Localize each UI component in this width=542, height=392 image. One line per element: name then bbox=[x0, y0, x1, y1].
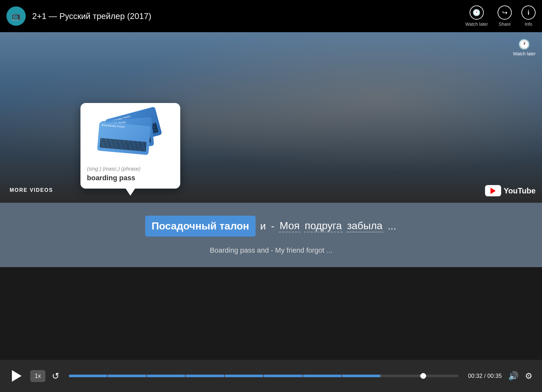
volume-button[interactable]: 🔊 bbox=[508, 371, 519, 381]
video-title: 2+1 — Русский трейлер (2017) bbox=[32, 11, 465, 21]
progress-seg-1 bbox=[69, 375, 107, 377]
speed-button[interactable]: 1x bbox=[30, 370, 45, 382]
subtitle-word-posadochny[interactable]: Посадочный талон bbox=[145, 216, 256, 237]
info-button[interactable]: i Info bbox=[521, 5, 536, 27]
watch-later-label: Watch later bbox=[465, 22, 488, 27]
progress-seg-9 bbox=[381, 375, 419, 377]
watch-later-overlay[interactable]: 🕐 Watch later bbox=[513, 39, 536, 56]
channel-logo[interactable]: 📺 bbox=[6, 6, 26, 26]
play-button[interactable] bbox=[10, 369, 24, 383]
info-label: Info bbox=[525, 22, 532, 27]
subtitle-word-i[interactable]: и bbox=[259, 220, 266, 232]
header-actions: 🕐 Watch later ↪ Share i Info bbox=[465, 5, 536, 27]
replay-button[interactable]: ↺ bbox=[52, 371, 59, 381]
watch-later-overlay-label: Watch later bbox=[513, 51, 536, 56]
progress-bar[interactable] bbox=[69, 375, 458, 377]
volume-icon: 🔊 bbox=[508, 371, 519, 381]
youtube-text: YouTube bbox=[504, 186, 536, 195]
subtitle-word-dash: - bbox=[270, 220, 275, 232]
youtube-logo: YouTube bbox=[485, 185, 536, 196]
more-videos-label[interactable]: MORE VIDEOS bbox=[10, 187, 53, 193]
tv-icon: 📺 bbox=[11, 12, 21, 21]
time-display: 00:32 / 00:35 bbox=[468, 373, 502, 379]
share-button[interactable]: ↪ Share bbox=[498, 5, 512, 27]
youtube-play-triangle bbox=[491, 188, 496, 194]
progress-knob bbox=[420, 373, 426, 379]
info-icon: i bbox=[521, 5, 536, 20]
progress-seg-7 bbox=[303, 375, 341, 377]
progress-seg-4 bbox=[186, 375, 224, 377]
tooltip-word: boarding pass bbox=[87, 174, 174, 182]
play-icon bbox=[12, 370, 22, 382]
replay-icon: ↺ bbox=[52, 371, 59, 381]
header: 📺 2+1 — Русский трейлер (2017) 🕐 Watch l… bbox=[0, 0, 542, 32]
boarding-pass-card-3 bbox=[97, 122, 151, 155]
controls-bar: 1x ↺ 00:32 / 00:35 🔊 ⚙ bbox=[0, 360, 542, 392]
settings-button[interactable]: ⚙ bbox=[525, 371, 532, 381]
settings-icon: ⚙ bbox=[525, 371, 532, 381]
video-area: 🕐 Watch later (sing.) (masc.) (phrase) b… bbox=[0, 32, 542, 203]
share-label: Share bbox=[499, 22, 510, 27]
time-separator: / bbox=[484, 373, 487, 379]
youtube-icon bbox=[485, 185, 501, 196]
progress-seg-5 bbox=[225, 375, 263, 377]
progress-seg-3 bbox=[147, 375, 185, 377]
tooltip-grammar: (sing.) (masc.) (phrase) bbox=[87, 166, 174, 172]
subtitle-area: Посадочный талон и - Моя подруга забыла … bbox=[0, 203, 542, 267]
subtitle-word-zabyla[interactable]: забыла bbox=[346, 220, 383, 232]
subtitle-word-ellipsis: ... bbox=[387, 220, 397, 232]
share-icon: ↪ bbox=[498, 5, 512, 20]
boarding-pass-illustration bbox=[98, 113, 163, 158]
subtitle-word-podruga[interactable]: подруга bbox=[304, 220, 342, 232]
progress-segments bbox=[69, 375, 458, 377]
time-current: 00:32 bbox=[468, 373, 482, 379]
english-translation: Boarding pass and - My friend forgot ... bbox=[210, 246, 332, 255]
progress-seg-6 bbox=[264, 375, 302, 377]
progress-seg-2 bbox=[108, 375, 146, 377]
watch-later-button[interactable]: 🕐 Watch later bbox=[465, 5, 488, 27]
russian-subtitle-line: Посадочный талон и - Моя подруга забыла … bbox=[145, 216, 397, 237]
tooltip-arrow bbox=[125, 188, 136, 196]
subtitle-word-moya[interactable]: Моя bbox=[279, 220, 300, 232]
progress-seg-8 bbox=[342, 375, 380, 377]
tooltip-image bbox=[95, 109, 166, 161]
time-total: 00:35 bbox=[487, 373, 502, 379]
clock-icon: 🕐 bbox=[470, 5, 484, 20]
word-tooltip-popup: (sing.) (masc.) (phrase) boarding pass bbox=[80, 103, 180, 189]
watch-later-overlay-icon: 🕐 bbox=[518, 39, 530, 50]
